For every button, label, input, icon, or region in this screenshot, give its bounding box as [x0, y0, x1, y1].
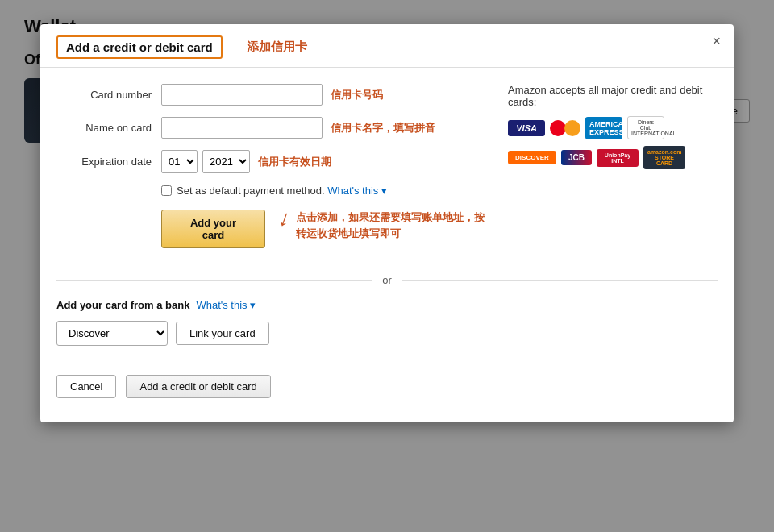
modal-footer: Cancel Add a credit or debit card: [40, 367, 734, 406]
link-card-button[interactable]: Link your card: [176, 322, 269, 345]
cancel-button[interactable]: Cancel: [56, 375, 116, 398]
bank-section-title: Add your card from a bank: [56, 299, 189, 311]
default-payment-whats-this[interactable]: What's this ▾: [325, 185, 387, 197]
expiry-annotation: 信用卡有效日期: [258, 155, 331, 169]
default-payment-row: Set as default payment method. What's th…: [56, 185, 492, 197]
bank-controls-row: Discover Chase Bank of America Wells Far…: [56, 321, 718, 346]
add-card-modal: Add a credit or debit card 添加信用卡 × Card …: [40, 24, 734, 422]
jcb-logo: JCB: [561, 150, 592, 165]
diners-logo: Diners ClubINTERNATIONAL: [627, 116, 664, 139]
expiry-year-select[interactable]: 2021202220232024 2025202620272028: [202, 150, 250, 173]
add-card-button[interactable]: Add your card: [161, 210, 265, 248]
or-line-right: [402, 280, 718, 281]
modal-body: Card number 信用卡号码 Name on card 信用卡名字，填写拼…: [40, 68, 734, 269]
card-number-label: Card number: [56, 89, 161, 101]
card-logos-row-2: DISCOVER JCB UnionPayINTL amazon.comSTOR…: [508, 146, 718, 169]
bank-title-row: Add your card from a bank What's this ▾: [56, 299, 718, 311]
default-payment-label: Set as default payment method.: [177, 185, 325, 197]
card-number-row: Card number 信用卡号码: [56, 84, 492, 106]
modal-tab-cn: 添加信用卡: [247, 39, 307, 55]
amazon-store-logo: amazon.comSTORE CARD: [643, 146, 685, 169]
discover-logo: DISCOVER: [508, 151, 556, 164]
right-intro-text: Amazon accepts all major credit and debi…: [508, 84, 718, 108]
mastercard-logo: [550, 118, 580, 139]
add-credit-card-footer-button[interactable]: Add a credit or debit card: [126, 375, 270, 398]
expiration-date-row: Expiration date 01020304 05060708 091011…: [56, 150, 492, 173]
card-number-input[interactable]: [161, 84, 322, 106]
amex-logo: AMERICANEXPRESS: [585, 117, 622, 139]
or-text: or: [382, 274, 392, 286]
bank-section: Add your card from a bank What's this ▾ …: [40, 291, 734, 367]
card-number-annotation: 信用卡号码: [331, 88, 383, 102]
modal-form-left: Card number 信用卡号码 Name on card 信用卡名字，填写拼…: [56, 84, 492, 261]
card-logos-row-1: VISA AMERICANEXPRESS Diners ClubINTERNAT…: [508, 116, 718, 139]
modal-overlay: Add a credit or debit card 添加信用卡 × Card …: [0, 0, 774, 532]
expiry-month-select[interactable]: 01020304 05060708 09101112: [161, 150, 198, 173]
modal-close-button[interactable]: ×: [712, 34, 721, 48]
name-on-card-row: Name on card 信用卡名字，填写拼音: [56, 117, 492, 139]
name-on-card-input[interactable]: [161, 117, 322, 139]
bank-select[interactable]: Discover Chase Bank of America Wells Far…: [56, 321, 168, 346]
unionpay-logo: UnionPayINTL: [597, 149, 639, 167]
add-card-annotation-block: ↑ 点击添加，如果还需要填写账单地址，按转运收货地址填写即可: [278, 210, 492, 241]
add-card-btn-row: Add your card ↑ 点击添加，如果还需要填写账单地址，按转运收货地址…: [56, 210, 492, 248]
expiration-date-label: Expiration date: [56, 156, 161, 168]
default-payment-checkbox[interactable]: [161, 185, 172, 196]
visa-logo: VISA: [508, 120, 545, 136]
bank-whats-this-link[interactable]: What's this ▾: [196, 299, 256, 311]
modal-tab-add-card[interactable]: Add a credit or debit card: [56, 35, 223, 59]
modal-right-panel: Amazon accepts all major credit and debi…: [508, 84, 718, 261]
name-on-card-label: Name on card: [56, 122, 161, 134]
red-arrow-icon: ↑: [274, 207, 293, 235]
name-annotation: 信用卡名字，填写拼音: [331, 121, 435, 135]
or-divider: or: [40, 269, 734, 291]
or-line-left: [56, 280, 372, 281]
expiry-selects: 01020304 05060708 09101112 2021202220232…: [161, 150, 250, 173]
modal-header: Add a credit or debit card 添加信用卡 ×: [40, 24, 734, 68]
add-card-annotation-text: 点击添加，如果还需要填写账单地址，按转运收货地址填写即可: [296, 210, 492, 241]
